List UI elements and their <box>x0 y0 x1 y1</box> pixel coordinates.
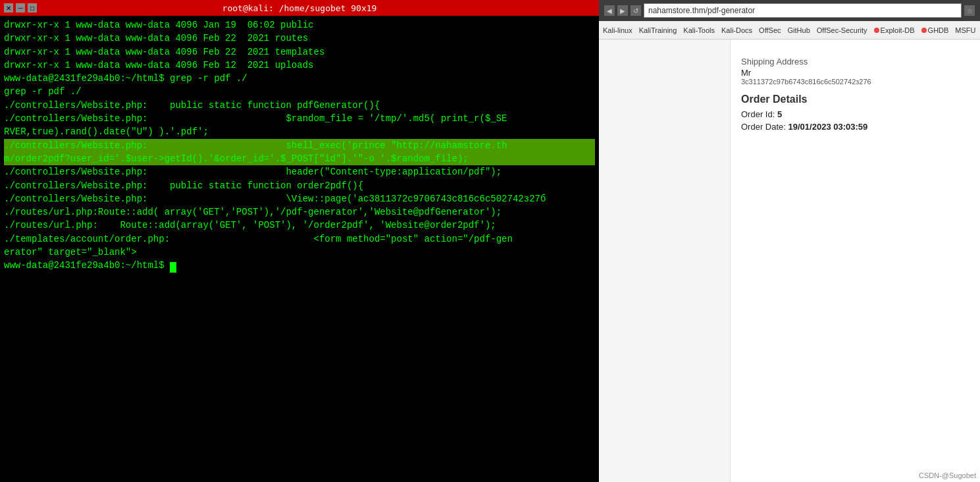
terminal-body: drwxr-xr-x 1 www-data www-data 4096 Jan … <box>0 16 599 482</box>
shipping-address-label: Shipping Address <box>741 57 969 67</box>
terminal-line-14: ./routes/url.php:Route::add( array('GET'… <box>4 205 595 219</box>
bookmark-item-9[interactable]: MSFU <box>955 26 975 34</box>
terminal-window: ✕ ─ □ root@kali: /home/sugobet 90x19 drw… <box>0 0 599 482</box>
terminal-line-17: erator" target="_blank"> <box>4 246 595 259</box>
order-id-row: Order Id: 5 <box>741 109 969 119</box>
watermark: CSDN-@Sugobet <box>919 471 976 479</box>
browser-address-bar[interactable] <box>644 3 962 18</box>
terminal-line-0: drwxr-xr-x 1 www-data www-data 4096 Jan … <box>4 18 595 32</box>
terminal-line-4: www-data@2431fe29a4b0:~/html$ grep -r pd… <box>4 72 595 85</box>
terminal-line-2: drwxr-xr-x 1 www-data www-data 4096 Feb … <box>4 45 595 59</box>
terminal-titlebar: ✕ ─ □ root@kali: /home/sugobet 90x19 <box>0 0 599 16</box>
bookmark-item-5[interactable]: GitHub <box>788 26 810 34</box>
bookmark-item-7[interactable]: Exploit-DB <box>874 26 915 34</box>
browser-panel: ◀ ▶ ↺ ☆ Kali-linuxKaliTrainingKali-Tools… <box>599 0 980 482</box>
terminal-window-controls: ✕ ─ □ <box>4 3 37 13</box>
terminal-line-10: m/order2pdf?user_id='.$user->getId().'&o… <box>4 152 595 165</box>
browser-content: Orde Shipping Address Mr 3c311372c97b674… <box>599 40 980 482</box>
order-date-label: Order Date: <box>741 122 786 132</box>
browser-titlebar: ◀ ▶ ↺ ☆ <box>599 0 980 21</box>
terminal-title: root@kali: /home/sugobet 90x19 <box>222 3 377 13</box>
bookmark-item-0[interactable]: Kali-linux <box>603 26 632 34</box>
order-id-label: Order Id: <box>741 109 775 119</box>
order-details-heading: Order Details <box>741 94 969 105</box>
browser-bookmarks: Kali-linuxKaliTrainingKali-ToolsKali-Doc… <box>599 21 980 40</box>
terminal-line-1: drwxr-xr-x 1 www-data www-data 4096 Feb … <box>4 32 595 45</box>
terminal-line-6: ./controllers/Website.php: public static… <box>4 99 595 112</box>
terminal-minimize-button[interactable]: ─ <box>16 3 25 13</box>
browser-reload-button[interactable]: ↺ <box>631 5 641 16</box>
bookmark-item-8[interactable]: GHDB <box>921 26 949 34</box>
terminal-maximize-button[interactable]: □ <box>28 3 37 13</box>
terminal-line-15: ./routes/url.php: Route::add(array('GET'… <box>4 219 595 232</box>
bookmark-item-2[interactable]: Kali-Tools <box>683 26 715 34</box>
terminal-cursor <box>170 262 176 273</box>
order-panel: Shipping Address Mr 3c311372c97b6743c816… <box>730 40 980 482</box>
terminal-line-13: ./controllers/Website.php: \View::page('… <box>4 192 595 205</box>
order-id-value: 5 <box>777 109 782 119</box>
terminal-line-16: ./templates/account/order.php: <form met… <box>4 232 595 246</box>
browser-forward-button[interactable]: ▶ <box>617 5 628 16</box>
customer-name: Mr <box>741 68 969 78</box>
order-date-value: 19/01/2023 03:03:59 <box>788 122 868 132</box>
order-date-row: Order Date: 19/01/2023 03:03:59 <box>741 122 969 132</box>
terminal-line-9: ./controllers/Website.php: shell_exec('p… <box>4 139 595 152</box>
terminal-line-3: drwxr-xr-x 1 www-data www-data 4096 Feb … <box>4 59 595 72</box>
terminal-close-button[interactable]: ✕ <box>4 3 13 13</box>
terminal-line-5: grep -r pdf ./ <box>4 85 595 98</box>
bookmark-item-6[interactable]: OffSec-Security <box>817 26 867 34</box>
terminal-line-11: ./controllers/Website.php: header("Conte… <box>4 165 595 178</box>
terminal-line-8: RVER,true).rand().date("U") ).'.pdf'; <box>4 125 595 138</box>
terminal-line-7: ./controllers/Website.php: $random_file … <box>4 112 595 125</box>
customer-id: 3c311372c97b6743c816c6c502742з276 <box>741 78 969 86</box>
bookmark-item-4[interactable]: OffSec <box>759 26 781 34</box>
terminal-line-18: www-data@2431fe29a4b0:~/html$ <box>4 259 595 272</box>
terminal-line-12: ./controllers/Website.php: public static… <box>4 179 595 192</box>
bookmark-item-3[interactable]: Kali-Docs <box>721 26 752 34</box>
browser-back-button[interactable]: ◀ <box>604 5 615 16</box>
browser-bookmark-button[interactable]: ☆ <box>964 5 975 16</box>
bookmark-item-1[interactable]: KaliTraining <box>639 26 677 34</box>
